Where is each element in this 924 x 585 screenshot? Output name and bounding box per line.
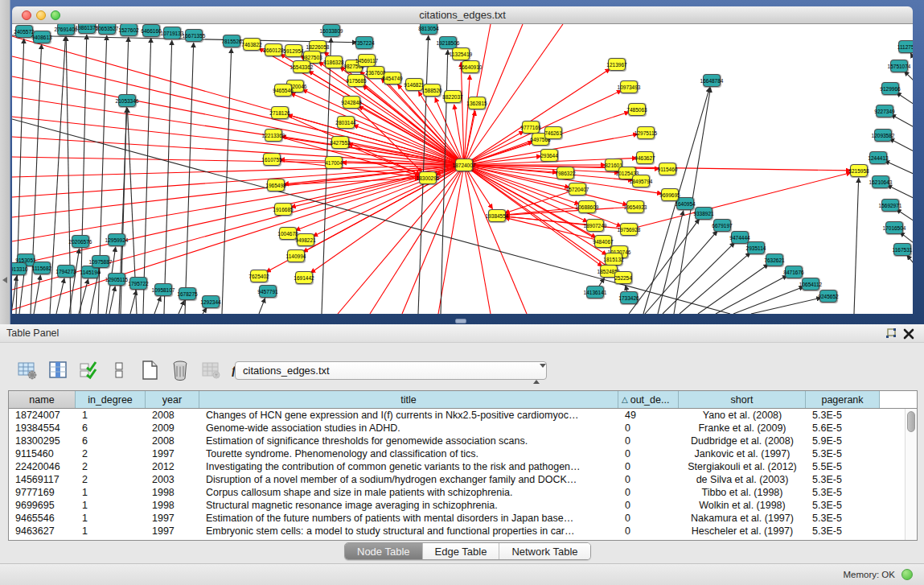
table-row[interactable]: 946554611997Estimation of the future num… bbox=[9, 512, 917, 525]
network-node[interactable]: 16210643 bbox=[872, 175, 889, 188]
network-node[interactable]: 5912954 bbox=[285, 44, 302, 57]
network-node[interactable]: 10975887 bbox=[92, 255, 109, 268]
network-node[interactable]: 1244413 bbox=[869, 151, 887, 164]
network-node[interactable]: 8186328 bbox=[325, 56, 343, 68]
memory-ok-indicator[interactable] bbox=[901, 569, 913, 580]
delete-table-icon[interactable] bbox=[169, 360, 191, 381]
network-node[interactable]: 7625402 bbox=[250, 270, 268, 282]
column-header-year[interactable]: year bbox=[146, 391, 199, 408]
scrollbar-thumb[interactable] bbox=[907, 411, 915, 432]
column-header-pagerank[interactable]: pagerank bbox=[806, 391, 880, 408]
network-node[interactable]: 7463822 bbox=[243, 38, 261, 51]
table-row[interactable]: 977716911998Corpus callosum shape and si… bbox=[9, 486, 917, 499]
network-node[interactable]: 9474444 bbox=[731, 231, 749, 244]
network-node[interactable]: 2718126 bbox=[271, 106, 289, 119]
network-node[interactable]: 1362815 bbox=[468, 97, 486, 109]
network-node[interactable]: 9463627 bbox=[636, 151, 654, 164]
table-row[interactable]: 1938455462009Genome-wide association stu… bbox=[9, 422, 917, 435]
column-header-short[interactable]: short bbox=[679, 391, 806, 408]
network-node[interactable]: 9242848 bbox=[343, 96, 360, 109]
network-node[interactable]: 9338921 bbox=[695, 207, 713, 220]
table-row[interactable]: 1830029562008Estimation of significance … bbox=[9, 435, 917, 447]
table-row[interactable]: 946362711997Embryonic stem cells: a mode… bbox=[9, 525, 917, 538]
network-node[interactable]: 2935114 bbox=[747, 241, 765, 254]
network-node[interactable]: 19384554 bbox=[488, 209, 506, 222]
table-source-select[interactable]: citations_edges.txt bbox=[235, 361, 547, 380]
network-node[interactable]: 9129966 bbox=[881, 82, 899, 95]
network-node[interactable]: 18495794 bbox=[632, 175, 650, 187]
network-node[interactable]: 7632621 bbox=[766, 253, 783, 266]
network-node[interactable]: 1610755 bbox=[263, 153, 281, 166]
network-node[interactable]: 8660128 bbox=[265, 43, 282, 56]
network-node[interactable]: 1733426 bbox=[620, 291, 638, 304]
network-node[interactable]: 9699695 bbox=[661, 188, 679, 201]
network-node[interactable]: 15751074 bbox=[890, 60, 908, 72]
network-node[interactable]: 2367608 bbox=[367, 66, 384, 79]
network-node[interactable]: 9465546 bbox=[274, 84, 292, 97]
network-node[interactable]: 19654923 bbox=[626, 200, 644, 213]
column-header-in_degree[interactable]: in_degree bbox=[76, 391, 146, 408]
network-node[interactable]: 1213967 bbox=[608, 58, 626, 71]
table-row[interactable]: 911546021997Tourette syndrome. Phenomeno… bbox=[9, 447, 917, 460]
column-header-name[interactable]: name bbox=[9, 391, 76, 408]
network-node[interactable]: 1292344 bbox=[202, 295, 220, 308]
network-node[interactable]: 12975115 bbox=[637, 126, 655, 139]
network-node[interactable]: 1795722 bbox=[129, 277, 147, 290]
network-node[interactable]: 10958107 bbox=[154, 283, 172, 296]
network-node[interactable]: 15692971 bbox=[881, 199, 899, 212]
network-node[interactable]: 2803144 bbox=[337, 116, 355, 129]
network-node[interactable]: 1112754 bbox=[898, 40, 913, 53]
network-node[interactable]: 19756928 bbox=[620, 223, 638, 236]
tab-network-table[interactable]: Network Table bbox=[499, 543, 589, 559]
network-node[interactable]: 3913310 bbox=[12, 262, 27, 275]
network-node[interactable]: 2405572 bbox=[15, 25, 33, 38]
table-row[interactable]: 1872400712008Changes of HCN gene express… bbox=[9, 409, 917, 422]
network-node[interactable]: 16648784 bbox=[703, 74, 721, 87]
network-node[interactable]: 10973493 bbox=[620, 80, 638, 93]
tab-edge-table[interactable]: Edge Table bbox=[422, 543, 499, 559]
network-node[interactable]: 7357224 bbox=[355, 36, 373, 49]
network-node[interactable]: 9175685 bbox=[347, 74, 365, 87]
network-node[interactable]: 16671355 bbox=[185, 29, 203, 42]
network-node[interactable]: 19861379 bbox=[78, 24, 96, 34]
close-panel-icon[interactable] bbox=[901, 327, 916, 341]
network-node[interactable]: 16543362 bbox=[293, 60, 310, 73]
network-node[interactable]: 293644 bbox=[540, 149, 558, 162]
network-node[interactable]: 9408613 bbox=[33, 31, 51, 43]
network-node[interactable]: 18300295 bbox=[419, 171, 437, 184]
network-node[interactable]: 1815132 bbox=[605, 253, 622, 266]
network-node[interactable]: 9484067 bbox=[594, 235, 612, 248]
network-node[interactable]: 21053346 bbox=[118, 94, 136, 107]
network-node[interactable]: 7485063 bbox=[628, 103, 646, 116]
network-node[interactable]: 12093582 bbox=[874, 129, 892, 142]
network-node[interactable]: 6466160 bbox=[142, 24, 160, 37]
network-node[interactable]: 10653527 bbox=[98, 24, 116, 35]
column-header-title[interactable]: title bbox=[199, 391, 618, 408]
network-node[interactable]: 1794273 bbox=[57, 265, 75, 278]
network-node[interactable]: 1115682 bbox=[33, 262, 51, 274]
network-node[interactable]: 8471676 bbox=[785, 266, 803, 278]
network-window-titlebar[interactable]: citations_edges.txt bbox=[12, 6, 913, 24]
network-node[interactable]: 7815526 bbox=[223, 35, 240, 47]
network-node[interactable]: 1965498 bbox=[267, 179, 285, 192]
network-node[interactable]: 7986322 bbox=[556, 167, 574, 179]
network-node[interactable]: 252254 bbox=[614, 271, 632, 284]
network-node[interactable]: 8215958 bbox=[850, 164, 868, 177]
network-node[interactable]: 9146821 bbox=[405, 78, 423, 91]
network-node[interactable]: 1678275 bbox=[179, 287, 196, 300]
network-node[interactable]: 8427552 bbox=[331, 136, 349, 149]
network-node[interactable]: 1916685 bbox=[274, 203, 292, 216]
network-node[interactable]: 12959924 bbox=[108, 233, 125, 246]
network-node-hub[interactable]: 18724007 bbox=[455, 159, 473, 171]
network-node[interactable]: 9498221 bbox=[297, 233, 314, 246]
tab-node-table[interactable]: Node Table bbox=[345, 543, 422, 559]
network-node[interactable]: 16640910 bbox=[462, 60, 479, 73]
network-node[interactable]: 17016504 bbox=[885, 221, 903, 234]
network-node[interactable]: 15720407 bbox=[569, 183, 586, 196]
table-row[interactable]: 969969511998Structural magnetic resonanc… bbox=[9, 499, 917, 512]
panel-divider-grip[interactable] bbox=[455, 319, 466, 323]
network-node[interactable]: 14569117 bbox=[358, 54, 376, 67]
network-node[interactable]: 16033809 bbox=[322, 24, 340, 37]
table-row[interactable]: 2242004622012Investigating the contribut… bbox=[9, 460, 917, 473]
network-node[interactable]: 11325419 bbox=[452, 47, 470, 60]
